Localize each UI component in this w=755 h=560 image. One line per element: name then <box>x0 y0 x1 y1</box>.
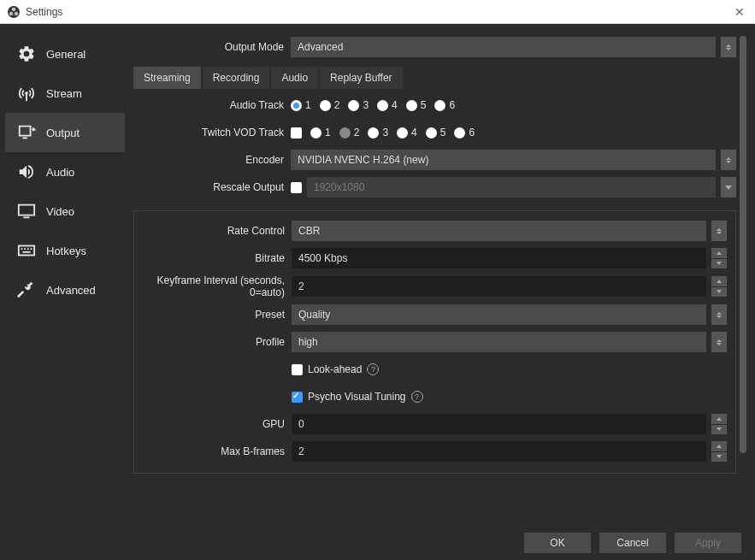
twitch-vod-label: Twitch VOD Track <box>133 127 291 139</box>
max-bframes-input[interactable]: 2 <box>292 441 706 462</box>
svg-rect-4 <box>26 94 27 101</box>
dropdown-icon[interactable] <box>711 332 727 352</box>
speaker-icon <box>15 162 38 181</box>
sidebar-item-output[interactable]: Output <box>5 113 125 152</box>
settings-window: Settings ✕ General Stream Output <box>0 0 755 560</box>
profile-label: Profile <box>134 336 292 348</box>
help-icon[interactable]: ? <box>411 391 423 403</box>
audio-track-radio-4[interactable] <box>377 100 388 111</box>
tab-recording[interactable]: Recording <box>203 67 270 89</box>
sidebar-item-video[interactable]: Video <box>5 192 125 231</box>
encoder-settings-panel: Rate Control CBR Bitrate 4500 Kbps <box>133 210 736 474</box>
preset-label: Preset <box>134 309 292 321</box>
ok-button[interactable]: OK <box>524 533 591 553</box>
audio-track-label: Audio Track <box>133 99 291 111</box>
bitrate-input[interactable]: 4500 Kbps <box>292 248 706 268</box>
twitch-vod-radio-4[interactable] <box>397 127 408 139</box>
spin-buttons[interactable] <box>711 276 727 297</box>
look-ahead-label: Look-ahead <box>308 363 362 375</box>
broadcast-icon <box>15 84 38 103</box>
twitch-vod-radio-5[interactable] <box>426 127 437 139</box>
svg-point-3 <box>15 11 19 15</box>
twitch-vod-radio-6[interactable] <box>454 127 465 139</box>
cancel-button[interactable]: Cancel <box>599 533 666 553</box>
output-icon <box>15 123 38 142</box>
rescale-checkbox[interactable] <box>291 182 302 193</box>
dialog-footer: OK Cancel Apply <box>0 526 755 560</box>
svg-point-2 <box>9 11 14 15</box>
titlebar: Settings ✕ <box>0 0 755 24</box>
rate-control-select[interactable]: CBR <box>292 221 706 241</box>
scrollbar-thumb[interactable] <box>740 36 746 453</box>
sidebar-item-label: Hotkeys <box>46 245 86 257</box>
tab-streaming[interactable]: Streaming <box>133 67 201 89</box>
sidebar-item-general[interactable]: General <box>5 34 125 74</box>
svg-rect-8 <box>21 248 23 250</box>
sidebar-item-label: Audio <box>46 166 74 179</box>
audio-track-group: 1 2 3 4 5 6 <box>291 99 736 111</box>
keyframe-label: Keyframe Interval (seconds, 0=auto) <box>134 274 292 298</box>
sidebar-item-label: Stream <box>46 87 82 100</box>
gear-icon <box>15 44 38 63</box>
encoder-select[interactable]: NVIDIA NVENC H.264 (new) <box>291 150 716 170</box>
scrollbar[interactable] <box>740 36 746 514</box>
svg-point-1 <box>12 7 16 11</box>
client-area: General Stream Output Audio Video <box>0 24 755 560</box>
sidebar-item-label: General <box>46 48 86 61</box>
output-tabs: Streaming Recording Audio Replay Buffer <box>133 67 736 89</box>
rescale-select: 1920x1080 <box>307 177 716 197</box>
sidebar-item-label: Advanced <box>46 284 96 297</box>
sidebar-item-hotkeys[interactable]: Hotkeys <box>5 231 125 270</box>
sidebar-item-label: Video <box>46 205 74 218</box>
rescale-label: Rescale Output <box>133 181 291 193</box>
audio-track-radio-5[interactable] <box>406 100 417 111</box>
twitch-vod-radio-1[interactable] <box>310 127 321 139</box>
audio-track-radio-3[interactable] <box>348 100 359 111</box>
sidebar: General Stream Output Audio Video <box>5 29 125 521</box>
output-mode-label: Output Mode <box>133 41 291 53</box>
svg-rect-12 <box>22 251 30 253</box>
preset-select[interactable]: Quality <box>292 304 706 325</box>
profile-select[interactable]: high <box>292 332 706 352</box>
spin-buttons[interactable] <box>711 414 727 434</box>
bitrate-label: Bitrate <box>134 252 292 264</box>
gpu-input[interactable]: 0 <box>292 414 706 434</box>
spin-buttons[interactable] <box>711 441 727 462</box>
tab-replay-buffer[interactable]: Replay Buffer <box>320 67 403 89</box>
sidebar-item-stream[interactable]: Stream <box>5 74 125 113</box>
audio-track-radio-6[interactable] <box>434 100 445 111</box>
psycho-checkbox[interactable] <box>292 392 303 403</box>
gpu-label: GPU <box>134 418 292 430</box>
sidebar-item-audio[interactable]: Audio <box>5 152 125 192</box>
close-icon[interactable]: ✕ <box>731 5 748 19</box>
window-title: Settings <box>26 6 62 18</box>
audio-track-radio-2[interactable] <box>320 100 331 111</box>
twitch-vod-enable-checkbox[interactable] <box>291 127 302 139</box>
svg-rect-9 <box>24 248 26 250</box>
dropdown-icon[interactable] <box>711 304 727 325</box>
dropdown-icon[interactable] <box>711 221 727 241</box>
output-mode-select[interactable]: Advanced <box>291 37 716 57</box>
tab-audio[interactable]: Audio <box>271 67 318 89</box>
keyframe-input[interactable]: 2 <box>292 276 706 297</box>
svg-rect-11 <box>31 248 32 250</box>
apply-button[interactable]: Apply <box>675 533 741 553</box>
audio-track-radio-1[interactable] <box>291 100 302 111</box>
twitch-vod-radio-3[interactable] <box>368 127 379 139</box>
dropdown-icon <box>721 177 736 197</box>
help-icon[interactable]: ? <box>367 363 379 375</box>
max-bframes-label: Max B-frames <box>134 445 292 457</box>
svg-rect-5 <box>22 138 27 139</box>
content-panel: Output Mode Advanced Streaming Recording… <box>125 29 750 521</box>
svg-rect-7 <box>19 246 34 256</box>
keyboard-icon <box>15 241 38 260</box>
dropdown-icon[interactable] <box>721 37 736 57</box>
twitch-vod-radio-2[interactable] <box>339 127 351 139</box>
tools-icon <box>15 280 38 299</box>
sidebar-item-advanced[interactable]: Advanced <box>5 270 125 309</box>
psycho-label: Psycho Visual Tuning <box>308 391 406 403</box>
spin-buttons[interactable] <box>711 248 727 268</box>
look-ahead-checkbox[interactable] <box>292 364 303 375</box>
sidebar-item-label: Output <box>46 127 80 139</box>
dropdown-icon[interactable] <box>721 150 736 170</box>
